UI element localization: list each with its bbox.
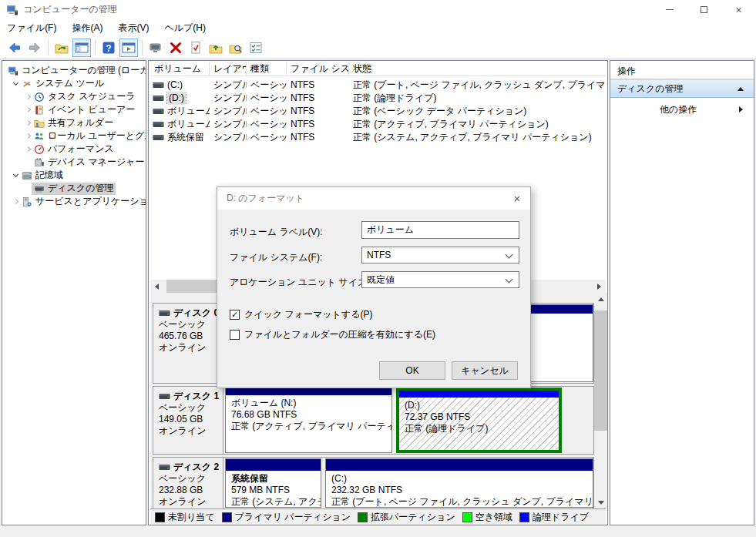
disk-2-label[interactable]: ディスク 2 ベーシック 232.88 GB オンライン bbox=[153, 458, 223, 508]
tree-item-storage[interactable]: 記憶域 bbox=[2, 169, 146, 182]
chevron-collapsed-icon[interactable] bbox=[24, 133, 32, 140]
navigate-folder-button[interactable] bbox=[52, 39, 71, 57]
partition-name: (C:) bbox=[331, 473, 593, 485]
disk-1-partition-d[interactable]: (D:) 72.37 GB NTFS 正常 (論理ドライブ) bbox=[396, 388, 562, 453]
chevron-collapsed-icon[interactable] bbox=[24, 119, 32, 127]
volume-row-e[interactable]: ボリューム (E:) シンプル ベーシック NTFS 正常 (ベーシック データ… bbox=[150, 105, 606, 118]
disk-0-label[interactable]: ディスク 0 ベーシック 465.76 GB オンライン bbox=[153, 304, 223, 383]
chevron-expanded-icon[interactable] bbox=[12, 172, 19, 180]
primary-partition-band bbox=[226, 459, 321, 471]
scroll-down-button[interactable] bbox=[594, 496, 607, 509]
volume-label-input[interactable]: ボリューム bbox=[361, 221, 519, 239]
forward-icon bbox=[28, 41, 42, 55]
partition-size: 72.37 GB NTFS bbox=[405, 411, 559, 423]
menu-bar: ファイル(F) 操作(A) 表示(V) ヘルプ(H) bbox=[0, 19, 756, 36]
tree-item-performance[interactable]: パフォーマンス bbox=[2, 143, 146, 156]
tree-item-event-viewer[interactable]: イベント ビューアー bbox=[2, 103, 146, 116]
forward-button[interactable] bbox=[25, 39, 44, 57]
action-group-title: ディスクの管理 bbox=[617, 82, 683, 96]
disk-management-action-group[interactable]: ディスクの管理 bbox=[610, 79, 754, 98]
actions-panel: 操作 ディスクの管理 他の操作 bbox=[610, 60, 754, 525]
delete-icon bbox=[169, 41, 183, 55]
checklist-button[interactable] bbox=[247, 39, 265, 57]
disk-type: ベーシック bbox=[159, 473, 223, 485]
disk-2-partition-system-reserved[interactable]: 系統保留 579 MB NTFS 正常 (システム, アクティブ, プ: bbox=[225, 458, 321, 508]
tree-item-shared-folders[interactable]: 共有フォルダー bbox=[2, 116, 146, 129]
chevron-collapsed-icon[interactable] bbox=[24, 146, 32, 153]
menu-file[interactable]: ファイル(F) bbox=[0, 19, 64, 37]
volume-row-system-reserved[interactable]: 系統保留 シンプル ベーシック NTFS 正常 (システム, アクティブ, プラ… bbox=[150, 131, 606, 144]
legend-logical-drive: 論理ドライブ bbox=[519, 511, 589, 524]
back-button[interactable] bbox=[5, 39, 24, 57]
cancel-button[interactable]: キャンセル bbox=[452, 361, 518, 380]
allocation-unit-select[interactable]: 既定値 bbox=[361, 271, 519, 288]
ok-button[interactable]: OK bbox=[379, 361, 445, 380]
vertical-scrollbar[interactable] bbox=[594, 293, 607, 509]
volume-row-c[interactable]: (C:) シンプル ベーシック NTFS 正常 (ブート, ページ ファイル, … bbox=[150, 79, 606, 92]
chevron-collapsed-icon[interactable] bbox=[12, 198, 19, 206]
drive-icon bbox=[153, 121, 164, 128]
volume-row-n[interactable]: ボリューム (N:) シンプル ベーシック NTFS 正常 (アクティブ, プラ… bbox=[150, 118, 606, 131]
volume-status: 正常 (論理ドライブ) bbox=[349, 92, 606, 105]
menu-help[interactable]: ヘルプ(H) bbox=[156, 19, 213, 37]
tree-item-system-tools[interactable]: システム ツール bbox=[2, 77, 146, 90]
volume-filesystem: NTFS bbox=[287, 92, 349, 105]
volume-list: (C:) シンプル ベーシック NTFS 正常 (ブート, ページ ファイル, … bbox=[150, 79, 606, 144]
column-header-layout[interactable]: レイアウト bbox=[210, 62, 247, 76]
disk-type: ベーシック bbox=[159, 402, 223, 414]
chevron-down-icon bbox=[506, 251, 513, 259]
collapse-icon[interactable] bbox=[738, 87, 744, 91]
chevron-collapsed-icon[interactable] bbox=[24, 106, 32, 114]
maximize-button[interactable] bbox=[687, 0, 721, 19]
column-header-volume[interactable]: ボリューム bbox=[150, 62, 210, 76]
column-header-filesystem[interactable]: ファイル システム bbox=[287, 62, 349, 76]
legend-label: 空き領域 bbox=[475, 511, 512, 524]
chevron-expanded-icon[interactable] bbox=[12, 80, 19, 88]
checkbox-checked-icon[interactable]: ✓ bbox=[230, 310, 240, 320]
tree-item-task-scheduler[interactable]: タスク スケジューラ bbox=[2, 90, 146, 103]
quick-format-option[interactable]: ✓ クイック フォーマットする(P) bbox=[230, 308, 372, 321]
menu-view[interactable]: 表示(V) bbox=[110, 19, 156, 37]
scroll-up-button[interactable] bbox=[594, 293, 607, 306]
partition-size: 579 MB NTFS bbox=[231, 485, 321, 496]
tree-item-computer-management[interactable]: コンピューターの管理 (ローカル) bbox=[2, 64, 146, 77]
tree-item-local-users-groups[interactable]: ローカル ユーザーとグループ bbox=[2, 129, 146, 143]
search-folder-button[interactable] bbox=[227, 39, 245, 57]
folder-up-button[interactable] bbox=[207, 39, 225, 57]
disk-2-partition-c[interactable]: (C:) 232.32 GB NTFS 正常 (ブート, ページ ファイル, ク… bbox=[325, 458, 593, 508]
delete-button[interactable] bbox=[166, 39, 185, 57]
scroll-right-button[interactable] bbox=[593, 280, 606, 293]
disk-1-partition-n[interactable]: ボリューム (N:) 76.68 GB NTFS 正常 (アクティブ, プライマ… bbox=[225, 388, 392, 453]
menu-action[interactable]: 操作(A) bbox=[64, 19, 110, 37]
checkbox-unchecked-icon[interactable] bbox=[230, 330, 240, 340]
more-actions-label: 他の操作 bbox=[660, 103, 697, 116]
legend-extended-partition: 拡張パーティション bbox=[358, 511, 455, 524]
minimize-button[interactable] bbox=[652, 0, 687, 19]
show-hide-action-pane-button[interactable] bbox=[119, 39, 138, 57]
column-header-type[interactable]: 種類 bbox=[247, 62, 287, 76]
console-tree-toggle-button[interactable] bbox=[72, 39, 91, 57]
volume-filesystem: NTFS bbox=[287, 105, 349, 118]
task-check-button[interactable] bbox=[186, 39, 205, 57]
scroll-left-button[interactable] bbox=[150, 280, 163, 293]
tree-item-device-manager[interactable]: デバイス マネージャー bbox=[2, 156, 146, 169]
disk-1-label[interactable]: ディスク 1 ベーシック 149.05 GB オンライン bbox=[153, 387, 223, 454]
tree-item-services-applications[interactable]: サービスとアプリケーション bbox=[2, 195, 146, 208]
tree-item-disk-management[interactable]: ディスクの管理 bbox=[2, 182, 146, 195]
search-folder-icon bbox=[229, 41, 243, 55]
help-button[interactable]: ? bbox=[99, 39, 118, 57]
volume-type: ベーシック bbox=[247, 92, 287, 105]
more-actions-item[interactable]: 他の操作 bbox=[610, 101, 754, 118]
volume-row-d[interactable]: (D:) シンプル ベーシック NTFS 正常 (論理ドライブ) bbox=[150, 92, 606, 105]
column-header-status[interactable]: 状態 bbox=[349, 62, 606, 76]
properties-screen-button[interactable] bbox=[146, 39, 165, 57]
vertical-scrollbar-thumb[interactable] bbox=[594, 310, 607, 431]
close-button[interactable]: × bbox=[721, 0, 756, 19]
legend-bar: 未割り当て プライマリ パーティション 拡張パーティション 空き領域 論理ドライ… bbox=[150, 508, 606, 525]
chevron-collapsed-icon[interactable] bbox=[24, 93, 32, 101]
dialog-close-button[interactable]: × bbox=[504, 187, 530, 210]
compression-option[interactable]: ファイルとフォルダーの圧縮を有効にする(E) bbox=[230, 328, 435, 341]
extended-partition-swatch bbox=[358, 512, 368, 522]
tree-item-label: 共有フォルダー bbox=[48, 116, 113, 129]
file-system-select[interactable]: NTFS bbox=[361, 247, 519, 263]
